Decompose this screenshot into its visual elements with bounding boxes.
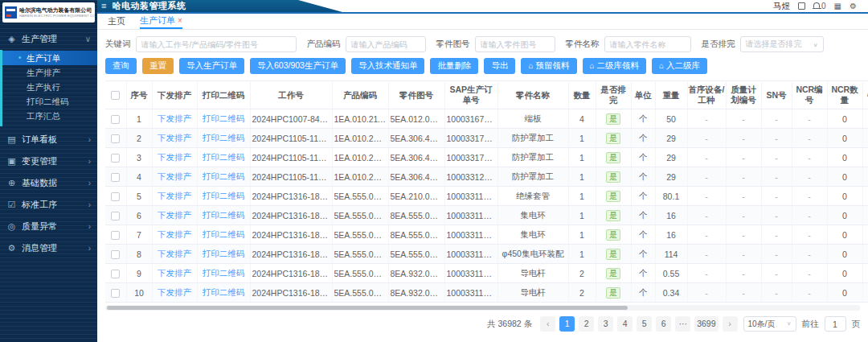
- tab-production-orders[interactable]: 生产订单 ×: [140, 14, 182, 29]
- tab-home[interactable]: 主页: [108, 14, 125, 29]
- column-header-ncr_qty: NCR数量: [827, 81, 862, 109]
- sidebar-item[interactable]: ◎质量异常›: [0, 216, 97, 237]
- cell-qty: 1: [568, 129, 596, 148]
- print-qrcode-link[interactable]: 打印二维码: [203, 171, 245, 181]
- sidebar-item[interactable]: ⚙消息管理›: [0, 237, 97, 259]
- row-checkbox[interactable]: [111, 231, 120, 240]
- row-checkbox[interactable]: [111, 134, 120, 143]
- sidebar-item[interactable]: ▣变更管理›: [0, 150, 97, 172]
- print-qrcode-link[interactable]: 打印二维码: [203, 249, 245, 258]
- sidebar-subitem[interactable]: 生产执行: [2, 80, 97, 94]
- scheduled-badge: 是: [606, 287, 620, 299]
- row-checkbox[interactable]: [111, 115, 120, 124]
- row-checkbox[interactable]: [111, 250, 120, 259]
- last-page-button[interactable]: 3699: [694, 316, 718, 332]
- into-secondary-store-button[interactable]: ⌂ 入二级库: [652, 58, 707, 74]
- apps-grid-icon[interactable]: ▦: [834, 2, 841, 10]
- cell-sap_no: 10003317841: [444, 148, 497, 167]
- page-button[interactable]: 5: [637, 316, 652, 332]
- notifications-button[interactable]: 0: [813, 2, 826, 10]
- reset-button[interactable]: 重置: [142, 58, 174, 74]
- change-management-icon: ▣: [6, 156, 17, 167]
- page-button[interactable]: 2: [579, 316, 594, 332]
- close-icon[interactable]: ×: [178, 17, 182, 25]
- sidebar-subitem[interactable]: 打印二维码: [2, 94, 97, 109]
- sidebar-item[interactable]: ▤订单看板›: [0, 129, 97, 150]
- row-checkbox[interactable]: [111, 192, 120, 201]
- select-all-checkbox[interactable]: [111, 91, 120, 100]
- row-checkbox[interactable]: [111, 173, 120, 182]
- print-qrcode-link[interactable]: 打印二维码: [203, 210, 245, 220]
- sidebar-subitem[interactable]: 工序汇总: [2, 109, 97, 123]
- page-button[interactable]: 3: [598, 316, 613, 332]
- company-name-en: HARBIN ELECTRIC POWER EQUIPMENT COMPANY …: [19, 14, 95, 18]
- scheduled-select[interactable]: 请选择是否排完 ∨: [740, 36, 824, 52]
- batch-delete-button[interactable]: 批量删除: [430, 58, 478, 74]
- cell-qty: 1: [568, 148, 596, 167]
- row-checkbox[interactable]: [111, 154, 120, 163]
- print-qrcode-link[interactable]: 打印二维码: [203, 152, 245, 162]
- cell-sn_no: -: [761, 283, 792, 303]
- more-pages-button[interactable]: ···: [675, 316, 690, 332]
- row-checkbox[interactable]: [111, 212, 120, 220]
- cell-part_name: 端板: [497, 109, 568, 129]
- row-checkbox[interactable]: [111, 270, 120, 278]
- page-button[interactable]: 4: [617, 316, 633, 332]
- dispatch-link[interactable]: 下发排产: [158, 113, 191, 123]
- dispatch-link[interactable]: 下发排产: [158, 191, 191, 200]
- import-603-903-order-button[interactable]: 导入603/903生产订单: [250, 58, 346, 74]
- export-button[interactable]: 导出: [484, 58, 515, 74]
- search-button[interactable]: 查询: [105, 58, 137, 74]
- next-page-button[interactable]: ›: [723, 316, 738, 332]
- keyword-input[interactable]: [136, 36, 297, 52]
- import-production-order-button[interactable]: 导入生产订单: [179, 58, 244, 74]
- chevron-down-icon: ∨: [85, 35, 91, 43]
- goto-page-input[interactable]: [825, 316, 846, 332]
- cell-part_no: 8EA.555.0346: [388, 206, 444, 225]
- dispatch-link[interactable]: 下发排产: [158, 152, 191, 162]
- menu-toggle-icon[interactable]: ≡: [101, 2, 106, 10]
- dispatch-link[interactable]: 下发排产: [158, 229, 191, 239]
- sidebar-item-production-management[interactable]: ◈ 生产管理 ∨: [0, 28, 97, 50]
- dispatch-link[interactable]: 下发排产: [158, 268, 191, 278]
- import-tech-notice-button[interactable]: 导入技术通知单: [351, 58, 425, 74]
- cell-ncr_no: -: [792, 167, 827, 187]
- cell-quality_plan_no: -: [726, 264, 761, 283]
- row-checkbox[interactable]: [111, 289, 120, 298]
- sidebar-subitem[interactable]: •生产订单: [2, 51, 97, 65]
- sidebar-subitem[interactable]: 生产排产: [2, 65, 97, 80]
- page-button[interactable]: 6: [656, 316, 671, 332]
- cell-product_code: 5EA.555.0312: [332, 283, 388, 303]
- chevron-right-icon: ›: [88, 222, 91, 231]
- cell-job_no: 2024HPC1007-847-1: [250, 109, 332, 129]
- print-qrcode-link[interactable]: 打印二维码: [203, 191, 245, 200]
- reserve-picking-button[interactable]: ⌂ 预留领料: [521, 58, 576, 74]
- dispatch-link[interactable]: 下发排产: [158, 171, 191, 181]
- row-select-cell: [105, 109, 126, 129]
- print-qrcode-link[interactable]: 打印二维码: [203, 268, 245, 278]
- cell-job_no: 2024HPC1316-1833-2: [250, 225, 332, 245]
- sidebar-item[interactable]: ☑标准工序›: [0, 194, 97, 216]
- horizontal-scrollbar[interactable]: [105, 305, 860, 311]
- page-button[interactable]: 1: [559, 316, 575, 332]
- part-no-input[interactable]: [475, 36, 555, 52]
- sidebar-item[interactable]: ⊕基础数据›: [0, 172, 97, 194]
- dispatch-link[interactable]: 下发排产: [158, 210, 191, 220]
- prev-page-button[interactable]: ‹: [540, 316, 555, 332]
- print-qrcode-link[interactable]: 打印二维码: [203, 113, 245, 123]
- product-code-input[interactable]: [346, 36, 426, 52]
- dispatch-link[interactable]: 下发排产: [158, 249, 191, 258]
- table-row: 7下发排产打印二维码2024HPC1316-1833-25EA.555.0312…: [105, 225, 868, 245]
- dispatch-link[interactable]: 下发排产: [158, 133, 191, 142]
- print-qrcode-link[interactable]: 打印二维码: [203, 229, 245, 239]
- fullscreen-icon[interactable]: [798, 2, 805, 10]
- dispatch-link[interactable]: 下发排产: [158, 287, 191, 297]
- page-size-select[interactable]: 10条/页 ∨: [743, 316, 796, 332]
- cell-print: 打印二维码: [197, 264, 250, 283]
- scrollbar-thumb[interactable]: [107, 306, 628, 310]
- settings-gear-icon[interactable]: ⚙: [850, 2, 857, 10]
- print-qrcode-link[interactable]: 打印二维码: [203, 287, 245, 297]
- secondary-store-picking-button[interactable]: ⌂ 二级库领料: [583, 58, 647, 74]
- print-qrcode-link[interactable]: 打印二维码: [203, 133, 245, 142]
- part-name-input[interactable]: [604, 36, 691, 52]
